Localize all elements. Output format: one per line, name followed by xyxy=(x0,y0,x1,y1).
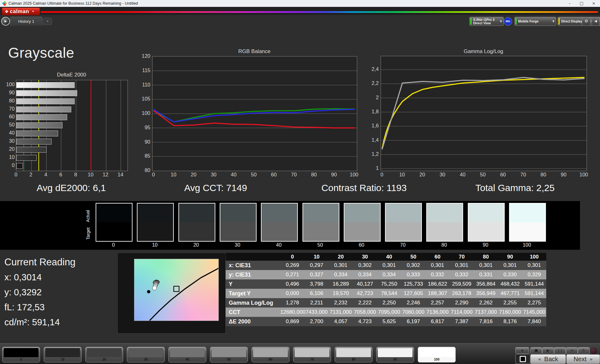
deltae-bar xyxy=(16,155,37,161)
loop-button[interactable]: ↻ xyxy=(578,347,590,354)
table-cell: 40,127 xyxy=(353,279,377,289)
patch-button-90[interactable]: 90 xyxy=(376,347,414,362)
table-cell: 591,144 xyxy=(522,279,546,289)
table-cell: 0,334 xyxy=(353,270,377,279)
deltae-bar xyxy=(16,122,62,128)
patch-label: 0 xyxy=(2,357,40,361)
axis-tick-label: 20 xyxy=(1,146,15,152)
patch-label: 60 xyxy=(252,357,289,361)
gamma-chart-title: Gamma Log/Log xyxy=(464,48,503,55)
axis-tick-label: 90 xyxy=(1,90,15,96)
collapse-panel-icon[interactable]: ◀ xyxy=(592,17,600,26)
table-cell: 0,301 xyxy=(450,261,474,270)
table-column-header: 40 xyxy=(377,253,401,261)
swatch-label: 50 xyxy=(302,242,338,248)
grayscale-swatch xyxy=(220,203,257,242)
patch-button-100[interactable]: 100 xyxy=(418,347,456,362)
patch-button-10[interactable]: 10 xyxy=(44,347,82,362)
axis-tick-label: 50 xyxy=(1,122,15,128)
table-cell: 4,057 xyxy=(329,317,353,326)
table-cell: 356,949 xyxy=(474,289,498,298)
swatch-actual xyxy=(96,204,132,222)
add-history-tab-button[interactable]: + xyxy=(43,18,52,25)
swatch-actual xyxy=(510,204,545,222)
patch-label: 70 xyxy=(293,357,331,361)
table-row-label: ΔE 2000 xyxy=(226,317,280,326)
table-cell: 2,222 xyxy=(353,298,377,307)
table-cell: 7114,000 xyxy=(450,307,474,317)
cie-chart xyxy=(134,259,219,321)
target-row-label: Target xyxy=(86,228,91,240)
table-cell: 0,334 xyxy=(329,270,353,279)
calman-logo-icon: ❖ xyxy=(5,9,9,14)
axis-tick-label: 85 xyxy=(137,153,150,159)
table-row: Y0,4963,79816,28940,12775,250125,733186,… xyxy=(226,279,546,289)
page-title: Grayscale xyxy=(8,44,74,61)
patch-button-80[interactable]: 80 xyxy=(335,347,372,362)
swatch-label: 90 xyxy=(468,242,503,248)
current-reading-fl: fL: 172,53 xyxy=(4,302,45,312)
calman-menu-button[interactable]: ❖ calman ▼ xyxy=(2,7,40,15)
table-cell: 16,289 xyxy=(329,279,353,289)
patch-button-20[interactable]: 20 xyxy=(85,347,123,362)
pattern-source-dropdown[interactable]: Mobile Forge ▼ xyxy=(514,17,556,26)
maximize-button[interactable]: □ xyxy=(575,0,588,7)
step-button[interactable]: [·] xyxy=(554,347,566,354)
next-button-label: Next xyxy=(574,356,587,363)
play-button[interactable]: ▶ xyxy=(542,347,554,354)
grayscale-swatch xyxy=(468,203,505,242)
next-button[interactable]: Next » xyxy=(566,354,600,364)
history-play-button[interactable]: ▶ xyxy=(1,17,10,26)
close-button[interactable]: × xyxy=(587,0,600,7)
patch-button-50[interactable]: 50 xyxy=(210,347,248,362)
stat-total-gamma: Total Gamma: 2,25 xyxy=(475,183,554,193)
patch-button-0[interactable]: 0 xyxy=(2,347,40,362)
workflow-progress-rainbow xyxy=(41,11,598,13)
table-cell: 7058,000 xyxy=(353,307,377,317)
current-reading-title: Current Reading xyxy=(4,257,75,268)
table-row: ΔE 20000,8692,7004,0574,7235,6256,1976,8… xyxy=(226,317,546,326)
table-row: x: CIE310,2690,2970,3010,3020,3010,3020,… xyxy=(226,261,546,270)
table-cell: 0,000 xyxy=(280,289,304,298)
stop-button[interactable]: ■ xyxy=(530,347,542,354)
patch-window-button[interactable] xyxy=(515,354,530,364)
axis-tick-label: 14 xyxy=(116,172,125,178)
grayscale-swatch xyxy=(385,203,422,242)
back-button[interactable]: « Back xyxy=(530,354,566,364)
chevron-down-icon: ▼ xyxy=(500,20,502,23)
patch-button-60[interactable]: 60 xyxy=(252,347,289,362)
meter-dropdown[interactable]: X-Rite i1Pro 3Direct View ▼ xyxy=(469,17,504,26)
axis-tick-label: 50 xyxy=(477,172,488,178)
table-cell: 75,250 xyxy=(377,279,401,289)
patch-button-30[interactable]: 30 xyxy=(127,347,165,362)
continuous-button[interactable]: ∞ xyxy=(566,347,578,354)
patch-label: 50 xyxy=(210,357,248,361)
table-cell: 7095,000 xyxy=(377,307,401,317)
table-cell: 2,700 xyxy=(304,317,328,326)
calman-window: Calman 2025 Calman Ultimate for Business… xyxy=(0,0,600,364)
gamma-chart xyxy=(381,56,587,171)
patch-chip xyxy=(212,348,246,357)
table-cell: 2,211 xyxy=(304,298,328,307)
swatch-target xyxy=(468,222,504,241)
table-cell: 127,605 xyxy=(401,289,425,298)
grayscale-swatch xyxy=(426,203,463,242)
gear-icon[interactable]: ⚙ xyxy=(582,17,591,26)
patch-button-70[interactable]: 70 xyxy=(293,347,331,362)
swatch-target xyxy=(510,222,545,241)
table-cell: 6,106 xyxy=(304,289,328,298)
swatch-target xyxy=(220,222,256,241)
swatch-label: 100 xyxy=(509,242,545,248)
swatch-label: 30 xyxy=(220,242,255,248)
axis-tick-label: 110 xyxy=(137,82,150,88)
grayscale-swatch xyxy=(178,203,215,242)
axis-tick-label: 60 xyxy=(498,172,509,178)
expand-up-icon[interactable]: ▲ xyxy=(515,347,529,354)
tab-history-1[interactable]: History 1 xyxy=(10,17,42,26)
table-cell: 5,625 xyxy=(377,317,401,326)
patch-button-40[interactable]: 40 xyxy=(168,347,206,362)
table-cell: 467,771 xyxy=(498,289,522,298)
results-table: 0102030405060708090100x: CIE310,2690,297… xyxy=(226,253,546,326)
title-bar: Calman 2025 Calman Ultimate for Business… xyxy=(0,0,600,7)
table-cell: 0,269 xyxy=(280,261,304,270)
